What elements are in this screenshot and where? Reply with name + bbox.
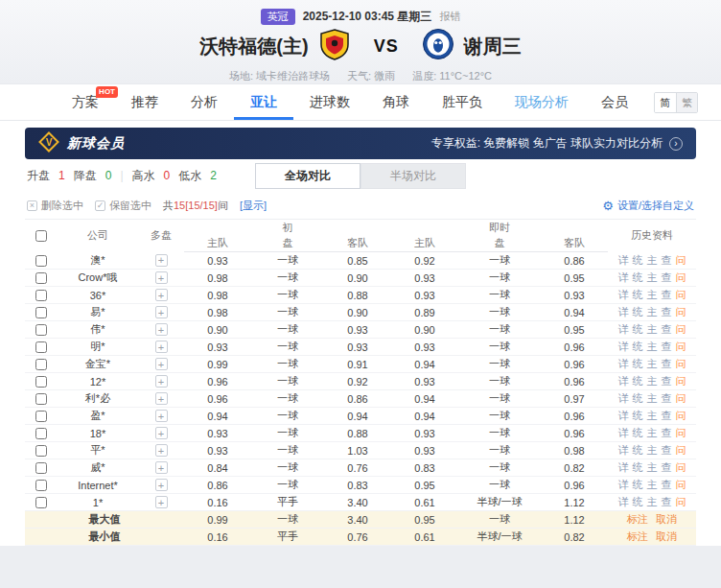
history-link[interactable]: 详 xyxy=(618,461,629,473)
summary-action-link[interactable]: 标注 xyxy=(627,513,648,525)
history-link[interactable]: 统 xyxy=(633,306,643,318)
history-link[interactable]: 问 xyxy=(676,496,686,507)
history-link[interactable]: 问 xyxy=(676,358,686,369)
history-link[interactable]: 问 xyxy=(676,375,686,387)
history-link[interactable]: 主 xyxy=(647,254,658,266)
history-link[interactable]: 问 xyxy=(676,479,686,490)
history-link[interactable]: 主 xyxy=(647,496,658,507)
half-match-toggle[interactable]: 半场对比 xyxy=(360,163,466,189)
company-name[interactable]: 盈* xyxy=(58,408,138,425)
tab-plans[interactable]: 方案 HOT xyxy=(56,84,115,120)
history-link[interactable]: 问 xyxy=(676,271,686,283)
history-link[interactable]: 主 xyxy=(647,410,658,421)
history-link[interactable]: 主 xyxy=(647,375,658,387)
expand-odds-button[interactable]: + xyxy=(155,358,168,370)
history-link[interactable]: 查 xyxy=(662,444,672,456)
row-checkbox[interactable] xyxy=(35,411,47,422)
summary-action-link[interactable]: 取消 xyxy=(656,530,677,542)
history-link[interactable]: 统 xyxy=(633,427,643,438)
expand-odds-button[interactable]: + xyxy=(155,289,168,301)
history-link[interactable]: 统 xyxy=(633,392,643,404)
history-link[interactable]: 主 xyxy=(647,461,658,473)
tab-live-analysis[interactable]: 现场分析 xyxy=(499,84,585,120)
row-checkbox[interactable] xyxy=(35,324,47,336)
row-checkbox[interactable] xyxy=(35,307,47,318)
expand-odds-button[interactable]: + xyxy=(155,496,168,508)
history-link[interactable]: 详 xyxy=(618,410,629,421)
tab-corners[interactable]: 角球 xyxy=(366,84,426,120)
expand-odds-button[interactable]: + xyxy=(155,306,168,318)
company-name[interactable]: Crow*哦 xyxy=(58,270,138,287)
history-link[interactable]: 查 xyxy=(662,323,672,335)
history-link[interactable]: 问 xyxy=(676,461,686,473)
history-link[interactable]: 详 xyxy=(618,271,629,283)
row-checkbox[interactable] xyxy=(35,497,47,508)
row-checkbox[interactable] xyxy=(35,255,47,267)
history-link[interactable]: 问 xyxy=(676,427,686,438)
history-link[interactable]: 问 xyxy=(676,444,686,456)
history-link[interactable]: 详 xyxy=(618,323,629,335)
expand-odds-button[interactable]: + xyxy=(155,392,168,405)
expand-odds-button[interactable]: + xyxy=(155,461,168,474)
league-badge[interactable]: 英冠 xyxy=(261,9,295,25)
row-checkbox[interactable] xyxy=(35,462,47,474)
full-match-toggle[interactable]: 全场对比 xyxy=(255,163,360,189)
tab-goals[interactable]: 进球数 xyxy=(293,84,366,120)
row-checkbox[interactable] xyxy=(35,290,47,301)
history-link[interactable]: 查 xyxy=(662,306,672,318)
history-link[interactable]: 详 xyxy=(618,392,629,404)
history-link[interactable]: 统 xyxy=(633,341,643,352)
expand-odds-button[interactable]: + xyxy=(155,410,168,422)
tab-analysis[interactable]: 分析 xyxy=(174,84,234,120)
history-link[interactable]: 详 xyxy=(618,375,629,387)
tab-recommend[interactable]: 推荐 xyxy=(115,84,174,120)
company-name[interactable]: 易* xyxy=(58,304,138,321)
history-link[interactable]: 查 xyxy=(662,358,672,369)
lang-traditional-button[interactable]: 繁 xyxy=(676,93,697,112)
expand-odds-button[interactable]: + xyxy=(155,341,168,353)
history-link[interactable]: 统 xyxy=(633,323,643,335)
history-link[interactable]: 问 xyxy=(676,323,686,335)
history-link[interactable]: 统 xyxy=(633,254,643,266)
company-name[interactable]: 金宝* xyxy=(58,356,138,373)
history-link[interactable]: 查 xyxy=(662,254,672,266)
history-link[interactable]: 查 xyxy=(662,410,672,421)
company-name[interactable]: 1* xyxy=(58,494,138,511)
company-name[interactable]: 伟* xyxy=(58,321,138,339)
history-link[interactable]: 主 xyxy=(647,444,658,456)
delete-selected-button[interactable]: × 删除选中 xyxy=(27,199,83,213)
history-link[interactable]: 统 xyxy=(633,444,643,456)
expand-odds-button[interactable]: + xyxy=(155,427,168,439)
tab-member[interactable]: 会员 xyxy=(585,84,644,120)
history-link[interactable]: 问 xyxy=(676,254,686,266)
history-link[interactable]: 统 xyxy=(633,375,643,387)
expand-odds-button[interactable]: + xyxy=(155,444,168,457)
company-name[interactable]: 利*必 xyxy=(58,390,138,408)
keep-selected-button[interactable]: ✓ 保留选中 xyxy=(95,199,151,213)
company-name[interactable]: 18* xyxy=(58,425,138,442)
expand-odds-button[interactable]: + xyxy=(155,254,168,267)
history-link[interactable]: 详 xyxy=(618,306,629,318)
history-link[interactable]: 主 xyxy=(647,358,658,369)
history-link[interactable]: 详 xyxy=(618,427,629,438)
history-link[interactable]: 查 xyxy=(662,461,672,473)
history-link[interactable]: 统 xyxy=(633,410,643,421)
company-name[interactable]: 平* xyxy=(58,442,138,459)
history-link[interactable]: 详 xyxy=(618,289,629,300)
history-link[interactable]: 查 xyxy=(662,271,672,283)
row-checkbox[interactable] xyxy=(35,445,47,457)
history-link[interactable]: 问 xyxy=(676,289,686,300)
row-checkbox[interactable] xyxy=(35,376,47,388)
expand-odds-button[interactable]: + xyxy=(155,375,168,388)
row-checkbox[interactable] xyxy=(35,428,47,439)
history-link[interactable]: 查 xyxy=(662,427,672,438)
history-link[interactable]: 详 xyxy=(618,341,629,352)
company-name[interactable]: 12* xyxy=(58,373,138,390)
row-checkbox[interactable] xyxy=(35,393,47,405)
row-checkbox[interactable] xyxy=(35,359,47,370)
select-all-checkbox[interactable] xyxy=(35,230,47,242)
history-link[interactable]: 查 xyxy=(662,289,672,300)
row-checkbox[interactable] xyxy=(35,480,47,491)
history-link[interactable]: 主 xyxy=(647,427,658,438)
expand-odds-button[interactable]: + xyxy=(155,479,168,491)
